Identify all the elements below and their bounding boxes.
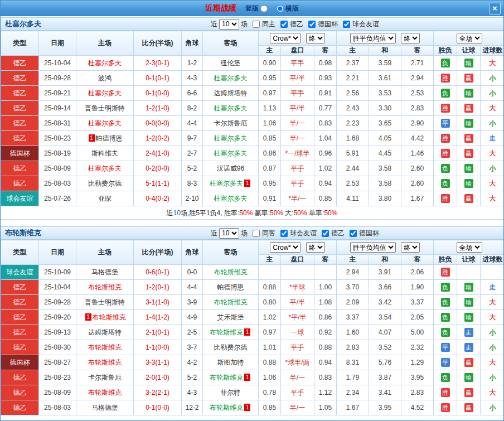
home-team[interactable]: 马格德堡 [91, 404, 118, 412]
handicap-odds-away: 0.92 [314, 325, 337, 340]
avg-odds-draw: 3.58 [369, 161, 401, 176]
away-team[interactable]: 布轮斯维克 [210, 404, 243, 412]
avg-final-select[interactable]: 终 [401, 242, 420, 253]
close-button[interactable]: × [489, 3, 501, 14]
league-checkbox-2[interactable] [343, 21, 350, 28]
away-team-cell: 艾禾斯堡 [203, 310, 259, 325]
home-team[interactable]: 亚琛 [98, 195, 112, 202]
home-team[interactable]: 斯科维夫 [91, 149, 118, 157]
away-team[interactable]: 杜塞尔多夫 [214, 134, 248, 142]
home-team[interactable]: 杜塞尔多夫 [88, 164, 122, 172]
away-team[interactable]: 纽伦堡 [221, 59, 241, 67]
landscape-radio[interactable] [277, 5, 284, 12]
handicap-result-cell: 赢 [457, 71, 481, 86]
away-team[interactable]: 比勒费尔德 [214, 343, 248, 351]
scope-select[interactable]: 全场 [457, 242, 482, 253]
same-away-checkbox[interactable] [253, 230, 260, 237]
result-badge: 胜 [441, 403, 450, 412]
home-team[interactable]: 帕德博恩 [96, 134, 123, 142]
home-team[interactable]: 普鲁士明斯特 [85, 104, 125, 112]
league-checkbox-0[interactable] [280, 21, 288, 28]
away-team[interactable]: 杜塞尔多夫 [214, 74, 248, 82]
home-team[interactable]: 布轮斯维克 [88, 389, 122, 396]
match-date: 25-08-09 [39, 161, 76, 176]
avg-final-select[interactable]: 终 [401, 33, 420, 43]
home-team[interactable]: 布轮斯维克 [88, 359, 122, 366]
home-team[interactable]: 杜塞尔多夫 [88, 89, 122, 97]
odds-company-select[interactable]: Crow* [270, 242, 301, 253]
home-team[interactable]: 布轮斯维克 [88, 283, 122, 291]
handicap-odds-away: 0.88 [314, 340, 337, 355]
recent-results-dialog: 近期战绩 竖版 横版 × 杜塞尔多夫 近 10 场 同主 德乙 德国杯 [0, 0, 504, 421]
league-checkbox-1[interactable] [308, 21, 316, 28]
handicap-result-badge: 赢 [464, 149, 473, 158]
match-date: 25-09-28 [39, 295, 76, 310]
away-team[interactable]: 杜塞尔多夫 [210, 180, 243, 187]
handicap-result-badge: 赢 [464, 104, 473, 113]
league-checkbox-0[interactable] [280, 230, 288, 237]
away-team[interactable]: 杜塞尔多夫 [214, 104, 248, 112]
same-home-checkbox[interactable] [253, 21, 260, 28]
red-card-badge: 1 [85, 313, 91, 321]
scope-select[interactable]: 全场 [457, 33, 482, 43]
away-team[interactable]: 布轮斯维克 [210, 328, 243, 336]
odds-company-select[interactable]: Crow* [270, 33, 301, 43]
avg-odds-away: 2.60 [401, 176, 434, 191]
portrait-radio[interactable] [260, 5, 268, 12]
handicap-odds-home: 0.85 [259, 400, 281, 415]
recent-label: 近 [211, 20, 217, 29]
odds-final-select[interactable]: 终 [306, 33, 325, 43]
home-team[interactable]: 布轮斯维克 [88, 343, 122, 351]
away-team[interactable]: 达姆斯塔特 [214, 89, 248, 97]
avg-odds-home: 4.11 [337, 191, 369, 206]
home-team[interactable]: 达姆斯塔特 [88, 328, 122, 336]
league-checkbox-2[interactable] [350, 230, 357, 237]
away-team[interactable]: 艾禾斯堡 [217, 313, 244, 321]
match-score: 1-2(0-1) [134, 280, 182, 295]
handicap-line: 平手 [281, 161, 314, 176]
match-score: 1-2(0-2) [134, 131, 182, 146]
home-team[interactable]: 普鲁士明斯特 [85, 298, 125, 306]
away-team[interactable]: 卡尔斯鲁厄 [214, 119, 248, 127]
recent-count-select[interactable]: 10 [219, 19, 239, 30]
away-team[interactable]: 菲尔特 [221, 389, 241, 396]
subcol-goals: 进球数 [481, 255, 504, 265]
avg-odds-away: 2.71 [401, 56, 434, 71]
away-team[interactable]: 帕德博恩 [217, 283, 244, 291]
home-team[interactable]: 马格德堡 [91, 268, 118, 276]
away-team[interactable]: 布轮斯维克 [210, 374, 243, 381]
handicap-result-badge: 赢 [464, 388, 473, 397]
table-row: 德乙 25-08-03 比勒费尔德 5-1(1-1) 8-3 杜塞尔多夫1 0.… [1, 176, 504, 191]
away-team-cell: 布轮斯维克1 [203, 370, 259, 385]
result-cell: 胜 [434, 385, 457, 400]
handicap-odds-away: 1.04 [314, 131, 337, 146]
away-team[interactable]: 杜塞尔多夫 [214, 149, 248, 157]
recent-count-select[interactable]: 10 [219, 228, 239, 239]
home-team[interactable]: 比勒费尔德 [88, 180, 122, 187]
home-team[interactable]: 波鸿 [98, 74, 112, 82]
away-team[interactable]: 斯图加特 [217, 359, 244, 366]
handicap-odds-home [259, 265, 281, 280]
avg-odds-home: 2.21 [337, 71, 369, 86]
home-team[interactable]: 卡尔斯鲁厄 [88, 374, 122, 381]
away-team[interactable]: 汉诺威96 [217, 164, 244, 172]
match-date: 25-10-09 [39, 265, 76, 280]
away-team[interactable]: 杜塞尔多夫 [214, 195, 248, 202]
odds-final-select[interactable]: 终 [306, 242, 325, 253]
away-team[interactable]: 布轮斯维克 [214, 298, 248, 306]
avg-select[interactable]: 胜平负均值 [350, 33, 396, 43]
result-badge: 胜 [441, 149, 450, 158]
away-team[interactable]: 布轮斯维克 [214, 268, 248, 276]
same-home-label: 同主 [262, 20, 275, 29]
match-type-badge: 德乙 [1, 71, 39, 86]
handicap-result-cell: 赢 [457, 101, 481, 116]
table-row: 德乙 25-09-28 普鲁士明斯特 3-1(1-0) 3-9 布轮斯维克 0.… [1, 295, 504, 310]
avg-odds-home: 2.44 [337, 161, 369, 176]
avg-select[interactable]: 胜平负均值 [350, 242, 396, 253]
away-team-cell: 杜塞尔多夫 [203, 101, 259, 116]
handicap-result-cell: 输 [457, 86, 481, 101]
home-team[interactable]: 杜塞尔多夫 [88, 59, 122, 67]
home-team[interactable]: 杜塞尔多夫 [88, 119, 122, 127]
league-checkbox-1[interactable] [322, 230, 329, 237]
home-team[interactable]: 布轮斯维克 [93, 313, 126, 321]
